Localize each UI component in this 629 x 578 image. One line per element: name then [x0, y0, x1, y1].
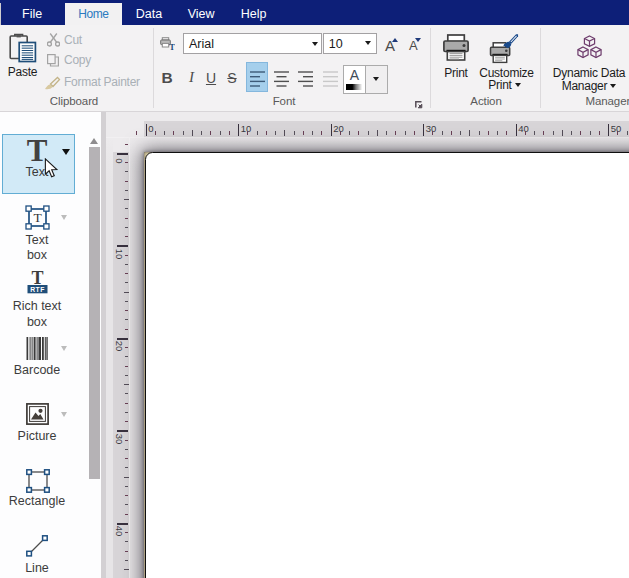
svg-text:T: T	[33, 210, 42, 225]
svg-text:T: T	[169, 42, 175, 51]
svg-text:RTF: RTF	[30, 285, 45, 292]
